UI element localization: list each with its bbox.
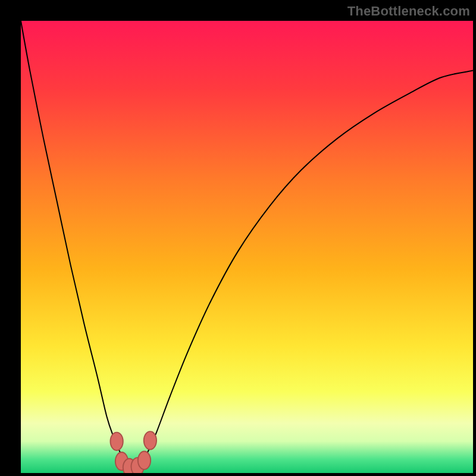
watermark-text: TheBottleneck.com bbox=[347, 4, 470, 19]
marker-dot bbox=[138, 452, 151, 469]
outer-frame: TheBottleneck.com bbox=[0, 0, 476, 476]
heat-gradient-background bbox=[21, 21, 473, 473]
plot-area bbox=[21, 21, 473, 473]
marker-dot bbox=[144, 431, 156, 449]
bottleneck-chart bbox=[21, 21, 473, 473]
marker-dot bbox=[110, 433, 123, 450]
